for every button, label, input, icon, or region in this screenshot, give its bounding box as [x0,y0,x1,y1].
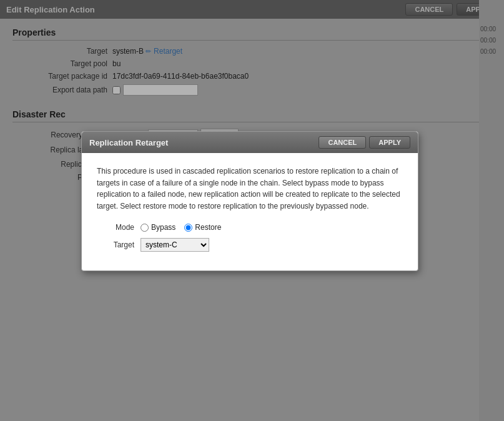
modal-cancel-button[interactable]: CANCEL [319,136,366,149]
restore-radio[interactable] [184,224,192,232]
modal-target-row: Target system-C system-B system-A [97,238,403,252]
restore-option[interactable]: Restore [184,223,221,232]
modal-mode-row: Mode Bypass Restore [97,223,403,232]
replication-retarget-modal: Replication Retarget CANCEL APPLY This p… [81,131,418,271]
bypass-option[interactable]: Bypass [141,223,175,232]
modal-description: This procedure is used in cascaded repli… [97,166,403,212]
modal-target-select[interactable]: system-C system-B system-A [141,238,209,252]
modal-header-buttons: CANCEL APPLY [319,136,410,149]
modal-target-label: Target [97,240,141,249]
bypass-label: Bypass [151,223,175,232]
bypass-radio[interactable] [141,224,149,232]
modal-title: Replication Retarget [89,138,168,147]
modal-apply-button[interactable]: APPLY [369,136,410,149]
main-panel: Edit Replication Action CANCEL APPLY Pro… [0,0,504,421]
modal-mode-radio-group: Bypass Restore [141,223,221,232]
modal-header: Replication Retarget CANCEL APPLY [82,132,418,153]
modal-mode-label: Mode [97,223,141,232]
modal-body: This procedure is used in cascaded repli… [82,153,418,270]
restore-label: Restore [195,223,221,232]
